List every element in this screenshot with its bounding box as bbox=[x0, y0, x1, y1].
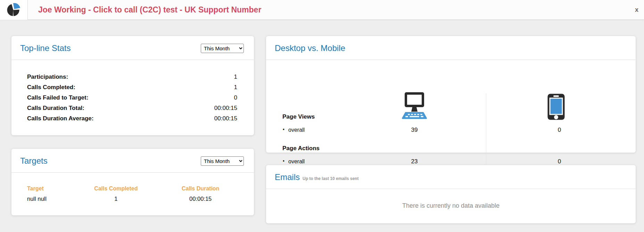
no-data-message: There is currently no data available bbox=[266, 202, 636, 209]
emails-title: Emails bbox=[275, 172, 300, 182]
close-icon[interactable]: x bbox=[635, 6, 638, 14]
header-bar: Joe Working - Click to call (C2C) test -… bbox=[0, 0, 644, 20]
stat-label: Participations: bbox=[27, 74, 68, 80]
page-views-label: Page Views bbox=[266, 113, 349, 120]
stat-label: Calls Failed to Target: bbox=[27, 94, 88, 101]
stat-row-duration-total: Calls Duration Total: 00:00:15 bbox=[27, 103, 237, 113]
logo-box[interactable] bbox=[0, 0, 28, 20]
target-name-cell: null null bbox=[20, 194, 76, 204]
stat-value: 0 bbox=[234, 94, 237, 101]
emails-subtitle: Up to the last 10 emails sent bbox=[303, 176, 358, 181]
stat-value: 00:00:15 bbox=[214, 115, 237, 122]
page-views-section: Page Views bbox=[266, 113, 636, 120]
page-title: Joe Working - Click to call (C2C) test -… bbox=[38, 0, 261, 20]
page-actions-section: Page Actions bbox=[266, 145, 636, 152]
desktop-vs-mobile-card: Desktop vs. Mobile bbox=[266, 36, 636, 153]
calls-completed-cell: 1 bbox=[76, 194, 155, 204]
page-views-mobile-value: 0 bbox=[486, 127, 633, 134]
stat-row-calls-failed: Calls Failed to Target: 0 bbox=[27, 93, 237, 103]
targets-title: Targets bbox=[20, 156, 48, 166]
stat-value: 00:00:15 bbox=[214, 105, 237, 112]
divider bbox=[266, 189, 636, 189]
stat-label: Calls Completed: bbox=[27, 84, 75, 91]
page-actions-mobile-value: 0 bbox=[486, 158, 633, 165]
targets-table: Target Calls Completed Calls Duration nu… bbox=[11, 173, 254, 204]
stat-value: 1 bbox=[234, 84, 237, 91]
stat-label: Calls Duration Total: bbox=[27, 105, 84, 112]
stat-value: 1 bbox=[234, 74, 237, 80]
page-actions-overall-row: overall 23 0 bbox=[266, 158, 636, 165]
column-header-calls-duration: Calls Duration bbox=[155, 186, 246, 194]
targets-header-row: Target Calls Completed Calls Duration bbox=[20, 186, 246, 194]
pie-chart-icon bbox=[6, 2, 22, 18]
stat-row-calls-completed: Calls Completed: 1 bbox=[27, 82, 237, 93]
emails-card: Emails Up to the last 10 emails sent The… bbox=[266, 165, 636, 223]
desktop-vs-mobile-title: Desktop vs. Mobile bbox=[275, 43, 345, 53]
targets-period-select[interactable]: This Month bbox=[201, 156, 244, 166]
stat-row-participations: Participations: 1 bbox=[27, 72, 237, 82]
targets-card: Targets This Month Target Calls Complete… bbox=[11, 149, 254, 215]
page-actions-label: Page Actions bbox=[266, 145, 349, 152]
top-line-stats-period-select[interactable]: This Month bbox=[201, 44, 244, 53]
table-row: null null 1 00:00:15 bbox=[20, 194, 246, 204]
calls-duration-cell: 00:00:15 bbox=[155, 194, 246, 204]
page-views-desktop-value: 39 bbox=[349, 127, 479, 134]
divider bbox=[266, 60, 636, 60]
overall-label: overall bbox=[266, 127, 349, 133]
page-views-overall-row: overall 39 0 bbox=[266, 127, 636, 134]
column-header-calls-completed: Calls Completed bbox=[76, 186, 155, 194]
stats-list: Participations: 1 Calls Completed: 1 Cal… bbox=[11, 60, 254, 124]
stat-row-duration-average: Calls Duration Average: 00:00:15 bbox=[27, 113, 237, 124]
top-line-stats-card: Top-line Stats This Month Participations… bbox=[11, 36, 254, 135]
column-header-target: Target bbox=[20, 186, 76, 194]
top-line-stats-title: Top-line Stats bbox=[20, 43, 71, 53]
page-actions-desktop-value: 23 bbox=[349, 158, 479, 165]
stat-label: Calls Duration Average: bbox=[27, 115, 93, 122]
overall-label: overall bbox=[266, 158, 349, 165]
